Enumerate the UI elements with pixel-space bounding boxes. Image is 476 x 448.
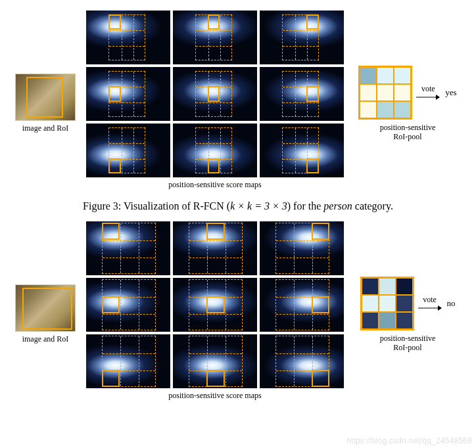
score-map bbox=[173, 11, 257, 64]
figure-top: image and RoI position-sensitive score m… bbox=[8, 11, 468, 196]
vote-result-top: yes bbox=[445, 87, 456, 98]
figure-bottom: image and RoI position-sensitive score m… bbox=[8, 221, 468, 407]
highlighted-roi-cell bbox=[206, 370, 224, 387]
vote-arrow-bottom: vote bbox=[418, 296, 442, 311]
vote-arrow-top: vote bbox=[416, 85, 440, 101]
figure-bottom-right-column: vote no position-sensitive RoI-pool bbox=[352, 277, 464, 353]
score-map bbox=[173, 334, 257, 388]
score-maps-grid-bottom bbox=[86, 221, 344, 388]
score-map bbox=[260, 278, 344, 332]
roi-pool-cell bbox=[379, 295, 396, 312]
score-map bbox=[173, 221, 257, 275]
roi-bbox-bottom bbox=[22, 288, 72, 330]
figure-top-right-column: vote yes position-sensitive RoI-pool bbox=[352, 66, 464, 142]
svg-marker-3 bbox=[438, 305, 442, 311]
caption-formula: k × k = 3 × 3 bbox=[230, 200, 287, 212]
highlighted-roi-cell bbox=[312, 223, 329, 240]
roi-pool-cell bbox=[394, 67, 411, 84]
highlighted-roi-cell bbox=[102, 223, 120, 240]
highlighted-roi-cell bbox=[206, 223, 224, 240]
highlighted-roi-cell bbox=[102, 370, 120, 387]
highlighted-roi-cell bbox=[206, 296, 224, 313]
highlighted-roi-cell bbox=[208, 14, 220, 30]
score-map bbox=[86, 123, 170, 177]
highlighted-roi-cell bbox=[312, 296, 329, 313]
roi-pool-cell bbox=[379, 278, 396, 295]
roi-pool-cell bbox=[394, 101, 411, 118]
score-map bbox=[260, 334, 344, 388]
score-map bbox=[86, 221, 170, 275]
score-maps-wrapper-bottom: position-sensitive score maps bbox=[86, 221, 344, 407]
score-map bbox=[86, 11, 170, 64]
score-map bbox=[173, 123, 257, 177]
input-image-bottom bbox=[15, 284, 76, 332]
roi-pool-cell bbox=[394, 84, 411, 101]
roi-pool-cell bbox=[377, 101, 394, 118]
roi-pool-cell bbox=[362, 295, 379, 312]
highlighted-roi-cell bbox=[208, 158, 220, 173]
score-map bbox=[260, 11, 344, 64]
score-maps-grid-top bbox=[86, 11, 344, 177]
score-maps-label-top: position-sensitive score maps bbox=[86, 180, 344, 190]
figure-bottom-left-column: image and RoI bbox=[12, 284, 78, 344]
roi-pool-cell bbox=[377, 84, 394, 101]
score-map bbox=[173, 278, 257, 332]
roi-pool-cell bbox=[377, 67, 394, 84]
highlighted-roi-cell bbox=[108, 86, 121, 101]
vote-result-bottom: no bbox=[447, 298, 456, 309]
input-image-label-bottom: image and RoI bbox=[22, 335, 69, 344]
caption-prefix: Figure 3: Visualization of R-FCN ( bbox=[83, 200, 230, 212]
score-maps-label-bottom: position-sensitive score maps bbox=[86, 391, 344, 401]
roi-pool-cell bbox=[396, 295, 413, 312]
caption-suffix: category. bbox=[352, 200, 393, 212]
roi-pool-label-bottom: position-sensitive RoI-pool bbox=[380, 334, 436, 353]
roi-pool-cell bbox=[360, 101, 377, 118]
roi-pool-row-top: vote yes bbox=[358, 66, 456, 120]
caption-emph: person bbox=[323, 200, 352, 212]
highlighted-roi-cell bbox=[306, 14, 319, 30]
svg-marker-1 bbox=[436, 95, 440, 100]
input-image-label-top: image and RoI bbox=[22, 124, 69, 133]
score-map bbox=[260, 123, 344, 177]
caption-mid: ) for the bbox=[287, 200, 324, 212]
input-image-top bbox=[15, 74, 76, 121]
roi-pool-cell bbox=[396, 278, 413, 295]
highlighted-roi-cell bbox=[108, 14, 121, 30]
vote-label-top: vote bbox=[421, 85, 435, 93]
highlighted-roi-cell bbox=[312, 370, 329, 387]
score-maps-wrapper-top: position-sensitive score maps bbox=[86, 11, 344, 196]
vote-label-bottom: vote bbox=[423, 296, 437, 303]
score-map bbox=[86, 334, 170, 388]
roi-pool-grid-bottom bbox=[360, 277, 414, 330]
roi-pool-label-top: position-sensitive RoI-pool bbox=[380, 123, 436, 142]
highlighted-roi-cell bbox=[108, 158, 121, 173]
highlighted-roi-cell bbox=[208, 86, 220, 101]
roi-pool-row-bottom: vote no bbox=[360, 277, 456, 330]
score-map bbox=[260, 67, 344, 121]
score-map bbox=[173, 67, 257, 121]
arrow-icon bbox=[418, 305, 442, 311]
highlighted-roi-cell bbox=[306, 158, 319, 173]
score-map bbox=[260, 221, 344, 275]
roi-bbox-top bbox=[26, 77, 63, 118]
highlighted-roi-cell bbox=[102, 296, 120, 313]
roi-pool-cell bbox=[360, 67, 377, 84]
score-map bbox=[86, 67, 170, 121]
score-map bbox=[86, 278, 170, 332]
highlighted-roi-cell bbox=[306, 86, 319, 101]
figure-top-left-column: image and RoI bbox=[12, 74, 78, 133]
roi-pool-cell bbox=[360, 84, 377, 101]
roi-pool-grid-top bbox=[358, 66, 412, 120]
arrow-icon bbox=[416, 94, 440, 101]
figure-caption: Figure 3: Visualization of R-FCN (k × k … bbox=[8, 200, 468, 212]
roi-pool-cell bbox=[396, 312, 413, 329]
roi-pool-cell bbox=[379, 312, 396, 329]
roi-pool-cell bbox=[362, 312, 379, 329]
roi-pool-cell bbox=[362, 278, 379, 295]
